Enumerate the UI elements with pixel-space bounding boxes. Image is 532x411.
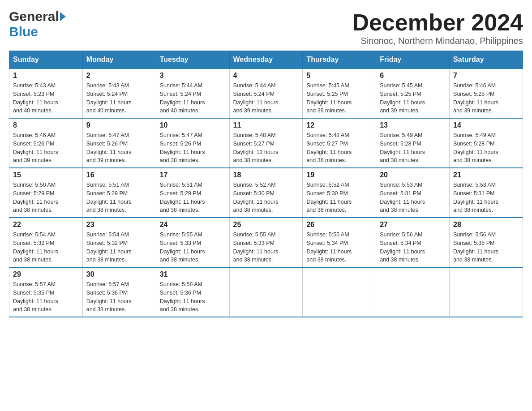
page-header: General Blue December 2024 Sinonoc, Nort… (9, 9, 523, 46)
day-number: 27 (380, 221, 446, 229)
day-info: Sunrise: 5:48 AMSunset: 5:27 PMDaylight:… (306, 131, 372, 165)
day-info: Sunrise: 5:54 AMSunset: 5:32 PMDaylight:… (86, 231, 152, 264)
day-info: Sunrise: 5:53 AMSunset: 5:31 PMDaylight:… (453, 181, 519, 214)
day-info: Sunrise: 5:56 AMSunset: 5:35 PMDaylight:… (453, 231, 519, 264)
day-cell-10: 10Sunrise: 5:47 AMSunset: 5:26 PMDayligh… (156, 118, 229, 168)
day-cell-23: 23Sunrise: 5:54 AMSunset: 5:32 PMDayligh… (82, 218, 156, 267)
header-cell-thursday: Thursday (303, 51, 376, 69)
day-number: 21 (453, 171, 519, 179)
day-number: 14 (453, 121, 519, 129)
header-cell-wednesday: Wednesday (229, 51, 303, 69)
day-number: 22 (13, 221, 79, 229)
day-info: Sunrise: 5:55 AMSunset: 5:33 PMDaylight:… (233, 231, 299, 264)
day-cell-29: 29Sunrise: 5:57 AMSunset: 5:35 PMDayligh… (9, 267, 83, 317)
day-info: Sunrise: 5:48 AMSunset: 5:27 PMDaylight:… (233, 131, 299, 165)
day-cell-5: 5Sunrise: 5:45 AMSunset: 5:25 PMDaylight… (303, 68, 376, 118)
day-info: Sunrise: 5:58 AMSunset: 5:36 PMDaylight:… (160, 280, 226, 314)
week-row-2: 8Sunrise: 5:46 AMSunset: 5:26 PMDaylight… (9, 118, 523, 168)
day-info: Sunrise: 5:49 AMSunset: 5:28 PMDaylight:… (380, 131, 446, 165)
day-number: 23 (86, 221, 152, 229)
day-info: Sunrise: 5:54 AMSunset: 5:32 PMDaylight:… (13, 231, 79, 264)
day-cell-26: 26Sunrise: 5:55 AMSunset: 5:34 PMDayligh… (303, 218, 376, 267)
empty-cell (450, 267, 523, 317)
logo-general-text: General (9, 9, 59, 24)
day-info: Sunrise: 5:43 AMSunset: 5:24 PMDaylight:… (86, 81, 152, 115)
day-number: 6 (380, 72, 446, 80)
day-number: 26 (306, 221, 372, 229)
day-cell-31: 31Sunrise: 5:58 AMSunset: 5:36 PMDayligh… (156, 267, 229, 317)
day-number: 3 (160, 72, 226, 80)
day-cell-13: 13Sunrise: 5:49 AMSunset: 5:28 PMDayligh… (376, 118, 450, 168)
day-info: Sunrise: 5:44 AMSunset: 5:24 PMDaylight:… (233, 81, 299, 115)
day-cell-14: 14Sunrise: 5:49 AMSunset: 5:28 PMDayligh… (450, 118, 523, 168)
calendar-body: 1Sunrise: 5:43 AMSunset: 5:23 PMDaylight… (9, 68, 523, 317)
day-number: 28 (453, 221, 519, 229)
day-number: 12 (306, 121, 372, 129)
day-cell-24: 24Sunrise: 5:55 AMSunset: 5:33 PMDayligh… (156, 218, 229, 267)
empty-cell (229, 267, 303, 317)
day-cell-12: 12Sunrise: 5:48 AMSunset: 5:27 PMDayligh… (303, 118, 376, 168)
logo-blue-text: Blue (9, 24, 38, 39)
day-number: 24 (160, 221, 226, 229)
day-number: 5 (306, 72, 372, 80)
day-cell-11: 11Sunrise: 5:48 AMSunset: 5:27 PMDayligh… (229, 118, 303, 168)
day-info: Sunrise: 5:52 AMSunset: 5:30 PMDaylight:… (306, 181, 372, 214)
day-number: 13 (380, 121, 446, 129)
day-cell-19: 19Sunrise: 5:52 AMSunset: 5:30 PMDayligh… (303, 168, 376, 218)
day-info: Sunrise: 5:55 AMSunset: 5:33 PMDaylight:… (160, 231, 226, 264)
day-cell-4: 4Sunrise: 5:44 AMSunset: 5:24 PMDaylight… (229, 68, 303, 118)
header-cell-tuesday: Tuesday (156, 51, 229, 69)
day-info: Sunrise: 5:46 AMSunset: 5:25 PMDaylight:… (453, 81, 519, 115)
day-info: Sunrise: 5:49 AMSunset: 5:28 PMDaylight:… (453, 131, 519, 165)
day-cell-21: 21Sunrise: 5:53 AMSunset: 5:31 PMDayligh… (450, 168, 523, 218)
day-number: 17 (160, 171, 226, 179)
day-cell-22: 22Sunrise: 5:54 AMSunset: 5:32 PMDayligh… (9, 218, 83, 267)
day-number: 30 (86, 270, 152, 278)
day-info: Sunrise: 5:52 AMSunset: 5:30 PMDaylight:… (233, 181, 299, 214)
day-number: 9 (86, 121, 152, 129)
header-cell-saturday: Saturday (450, 51, 523, 69)
month-title: December 2024 (352, 9, 523, 36)
empty-cell (376, 267, 450, 317)
day-number: 1 (13, 72, 79, 80)
day-cell-18: 18Sunrise: 5:52 AMSunset: 5:30 PMDayligh… (229, 168, 303, 218)
day-cell-27: 27Sunrise: 5:56 AMSunset: 5:34 PMDayligh… (376, 218, 450, 267)
day-info: Sunrise: 5:51 AMSunset: 5:29 PMDaylight:… (86, 181, 152, 214)
day-number: 10 (160, 121, 226, 129)
week-row-5: 29Sunrise: 5:57 AMSunset: 5:35 PMDayligh… (9, 267, 523, 317)
day-cell-6: 6Sunrise: 5:45 AMSunset: 5:25 PMDaylight… (376, 68, 450, 118)
day-number: 2 (86, 72, 152, 80)
header-cell-monday: Monday (82, 51, 156, 69)
day-info: Sunrise: 5:51 AMSunset: 5:29 PMDaylight:… (160, 181, 226, 214)
day-cell-25: 25Sunrise: 5:55 AMSunset: 5:33 PMDayligh… (229, 218, 303, 267)
day-info: Sunrise: 5:53 AMSunset: 5:31 PMDaylight:… (380, 181, 446, 214)
calendar-table: SundayMondayTuesdayWednesdayThursdayFrid… (9, 51, 523, 317)
day-number: 7 (453, 72, 519, 80)
title-block: December 2024 Sinonoc, Northern Mindanao… (352, 9, 523, 46)
day-cell-2: 2Sunrise: 5:43 AMSunset: 5:24 PMDaylight… (82, 68, 156, 118)
day-info: Sunrise: 5:43 AMSunset: 5:23 PMDaylight:… (13, 81, 79, 115)
day-cell-17: 17Sunrise: 5:51 AMSunset: 5:29 PMDayligh… (156, 168, 229, 218)
day-number: 19 (306, 171, 372, 179)
day-info: Sunrise: 5:57 AMSunset: 5:36 PMDaylight:… (86, 280, 152, 314)
day-number: 15 (13, 171, 79, 179)
day-cell-3: 3Sunrise: 5:44 AMSunset: 5:24 PMDaylight… (156, 68, 229, 118)
day-cell-1: 1Sunrise: 5:43 AMSunset: 5:23 PMDaylight… (9, 68, 83, 118)
logo: General Blue (9, 9, 66, 39)
location-subtitle: Sinonoc, Northern Mindanao, Philippines (352, 36, 523, 46)
day-cell-16: 16Sunrise: 5:51 AMSunset: 5:29 PMDayligh… (82, 168, 156, 218)
day-cell-9: 9Sunrise: 5:47 AMSunset: 5:26 PMDaylight… (82, 118, 156, 168)
day-cell-15: 15Sunrise: 5:50 AMSunset: 5:29 PMDayligh… (9, 168, 83, 218)
day-info: Sunrise: 5:45 AMSunset: 5:25 PMDaylight:… (380, 81, 446, 115)
day-info: Sunrise: 5:55 AMSunset: 5:34 PMDaylight:… (306, 231, 372, 264)
header-cell-sunday: Sunday (9, 51, 83, 69)
day-number: 8 (13, 121, 79, 129)
day-cell-20: 20Sunrise: 5:53 AMSunset: 5:31 PMDayligh… (376, 168, 450, 218)
day-number: 29 (13, 270, 79, 278)
day-number: 11 (233, 121, 299, 129)
header-cell-friday: Friday (376, 51, 450, 69)
day-cell-30: 30Sunrise: 5:57 AMSunset: 5:36 PMDayligh… (82, 267, 156, 317)
day-info: Sunrise: 5:44 AMSunset: 5:24 PMDaylight:… (160, 81, 226, 115)
day-number: 16 (86, 171, 152, 179)
day-number: 20 (380, 171, 446, 179)
